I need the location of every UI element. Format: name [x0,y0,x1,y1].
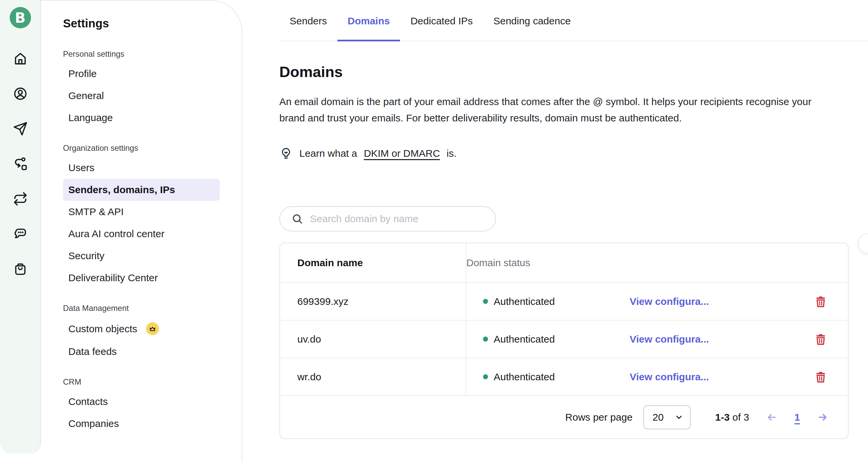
sidebar-item-aura-ai[interactable]: Aura AI control center [63,223,220,245]
commerce-bag-icon[interactable] [13,261,28,277]
tab-sending-cadence[interactable]: Sending cadence [483,1,581,41]
pagination-range: 1-3 of 3 [715,412,749,423]
page-number-current[interactable]: 1 [792,412,802,423]
pagination: 1 [766,411,829,423]
status-badge: Authenticated [483,371,630,383]
sidebar-item-language[interactable]: Language [63,107,220,129]
domain-name-cell: wr.do [280,358,466,395]
status-dot-icon [483,374,488,379]
conversations-chat-icon[interactable] [13,226,28,241]
sidebar-item-general[interactable]: General [63,85,220,107]
view-configuration-link[interactable]: View configura... [630,334,793,345]
nav-section-organization: Organization settings Users Senders, dom… [63,143,242,289]
brevo-logo[interactable]: B [10,7,31,28]
delete-domain-icon[interactable] [814,332,828,346]
view-configuration-link[interactable]: View configura... [630,296,793,307]
sidebar-item-custom-objects[interactable]: Custom objects [63,317,220,341]
tab-domains[interactable]: Domains [337,1,400,41]
search-icon [291,213,303,225]
settings-sidebar: Settings Personal settings Profile Gener… [41,0,242,461]
chevron-down-icon [675,413,683,422]
domains-table: Domain name Domain status 699399.xyz Aut… [279,242,849,439]
sidebar-item-security[interactable]: Security [63,245,220,267]
dkim-tip: Learn what a DKIM or DMARC is. [279,147,868,160]
automation-icon[interactable] [13,156,28,171]
table-row: wr.do Authenticated View configura... [280,357,848,395]
delete-domain-icon[interactable] [814,294,828,309]
dkim-dmarc-link[interactable]: DKIM or DMARC [364,148,440,159]
column-header-domain-name: Domain name [280,243,466,282]
settings-title: Settings [63,17,242,30]
campaigns-send-icon[interactable] [13,121,28,137]
rows-per-page-label: Rows per page [565,412,633,423]
app-rail: B [0,0,41,454]
table-row: 699399.xyz Authenticated View configura.… [280,282,848,320]
domain-search [279,206,496,231]
domain-name-cell: 699399.xyz [280,283,466,320]
sidebar-item-profile[interactable]: Profile [63,63,220,85]
tip-text-suffix: is. [447,148,457,159]
delete-domain-icon[interactable] [814,370,828,384]
transactional-repeat-icon[interactable] [13,191,28,206]
sidebar-item-senders-domains-ips[interactable]: Senders, domains, IPs [63,179,220,201]
nav-section-data-management: Data Management Custom objects Data feed… [63,304,242,363]
nav-section-crm: CRM Contacts Companies [63,377,242,435]
view-configuration-link[interactable]: View configura... [630,371,793,383]
table-row: uv.do Authenticated View configura... [280,320,848,357]
tip-text-prefix: Learn what a [299,148,357,159]
status-badge: Authenticated [483,296,630,307]
rows-per-page-select[interactable]: 20 [643,405,691,429]
sidebar-item-deliverability-center[interactable]: Deliverability Center [63,267,220,289]
page-title: Domains [279,63,868,81]
sidebar-item-smtp-api[interactable]: SMTP & API [63,201,220,223]
tab-bar: Senders Domains Dedicated IPs Sending ca… [279,0,868,41]
next-page-icon[interactable] [817,411,829,423]
app-card: Settings Personal settings Profile Gener… [41,0,868,461]
section-label: CRM [63,377,242,386]
sidebar-item-users[interactable]: Users [63,157,220,179]
search-input[interactable] [310,213,486,225]
status-dot-icon [483,299,488,304]
status-dot-icon [483,337,488,342]
main-content: Senders Domains Dedicated IPs Sending ca… [242,0,868,461]
home-icon[interactable] [13,51,28,66]
status-badge: Authenticated [483,334,630,345]
crown-badge-icon [146,322,159,335]
tab-dedicated-ips[interactable]: Dedicated IPs [400,1,483,41]
sidebar-item-companies[interactable]: Companies [63,413,220,435]
sidebar-item-data-feeds[interactable]: Data feeds [63,341,220,363]
lightbulb-icon [279,147,293,160]
table-footer: Rows per page 20 1-3 of 3 1 [280,395,848,438]
domain-name-cell: uv.do [280,321,466,357]
previous-page-icon[interactable] [766,411,778,423]
section-label: Organization settings [63,143,242,153]
nav-section-personal: Personal settings Profile General Langua… [63,49,242,129]
section-label: Data Management [63,304,242,313]
contacts-icon[interactable] [13,86,28,102]
column-header-domain-status: Domain status [466,243,848,282]
table-header-row: Domain name Domain status [280,243,848,282]
tab-senders[interactable]: Senders [279,1,337,41]
sidebar-item-contacts[interactable]: Contacts [63,391,220,413]
page-description: An email domain is the part of your emai… [279,93,828,126]
section-label: Personal settings [63,49,242,59]
